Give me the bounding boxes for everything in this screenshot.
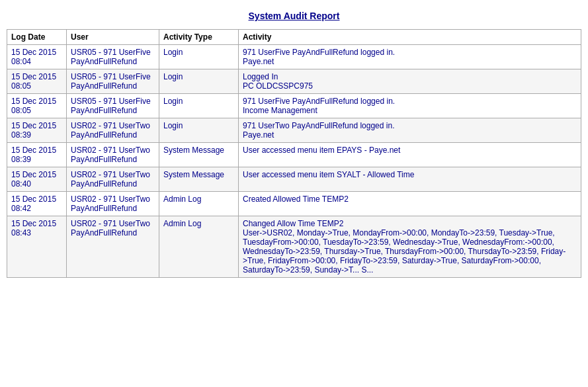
cell-activity: 971 UserTwo PayAndFullRefund logged in. … (239, 118, 581, 143)
cell-date: 15 Dec 2015 08:05 (7, 69, 67, 94)
cell-user: USR05 - 971 UserFive PayAndFullRefund (67, 94, 159, 118)
header-log-date: Log Date (7, 30, 67, 45)
cell-activity: 971 UserFive PayAndFullRefund logged in.… (239, 94, 581, 118)
cell-activity: Changed Allow Time TEMP2 User->USR02, Mo… (239, 216, 581, 278)
cell-activity-type: Admin Log (159, 216, 239, 278)
cell-activity-type: System Message (159, 143, 239, 167)
table-body: 15 Dec 2015 08:04USR05 - 971 UserFive Pa… (7, 45, 581, 278)
cell-user: USR02 - 971 UserTwo PayAndFullRefund (67, 167, 159, 192)
cell-user: USR05 - 971 UserFive PayAndFullRefund (67, 69, 159, 94)
cell-activity-type: Login (159, 118, 239, 143)
table-row: 15 Dec 2015 08:42USR02 - 971 UserTwo Pay… (7, 192, 581, 216)
cell-date: 15 Dec 2015 08:39 (7, 118, 67, 143)
cell-user: USR05 - 971 UserFive PayAndFullRefund (67, 45, 159, 69)
cell-activity-type: System Message (159, 167, 239, 192)
table-row: 15 Dec 2015 08:05USR05 - 971 UserFive Pa… (7, 69, 581, 94)
cell-activity: User accessed menu item EPAYS - Paye.net (239, 143, 581, 167)
page-container: System Audit Report Log Date User Activi… (0, 0, 588, 284)
cell-activity: Created Allowed Time TEMP2 (239, 192, 581, 216)
cell-activity-type: Admin Log (159, 192, 239, 216)
cell-date: 15 Dec 2015 08:05 (7, 94, 67, 118)
cell-activity: Logged In PC OLDCSSPC975 (239, 69, 581, 94)
cell-user: USR02 - 971 UserTwo PayAndFullRefund (67, 216, 159, 278)
header-user: User (67, 30, 159, 45)
cell-activity-type: Login (159, 69, 239, 94)
cell-date: 15 Dec 2015 08:04 (7, 45, 67, 69)
cell-user: USR02 - 971 UserTwo PayAndFullRefund (67, 143, 159, 167)
cell-date: 15 Dec 2015 08:43 (7, 216, 67, 278)
audit-table: Log Date User Activity Type Activity 15 … (7, 29, 581, 278)
table-row: 15 Dec 2015 08:05USR05 - 971 UserFive Pa… (7, 94, 581, 118)
header-activity-type: Activity Type (159, 30, 239, 45)
header-activity: Activity (239, 30, 581, 45)
table-row: 15 Dec 2015 08:39USR02 - 971 UserTwo Pay… (7, 143, 581, 167)
cell-activity: 971 UserFive PayAndFullRefund logged in.… (239, 45, 581, 69)
table-row: 15 Dec 2015 08:40USR02 - 971 UserTwo Pay… (7, 167, 581, 192)
report-title: System Audit Report (7, 11, 581, 21)
table-header-row: Log Date User Activity Type Activity (7, 30, 581, 45)
table-row: 15 Dec 2015 08:39USR02 - 971 UserTwo Pay… (7, 118, 581, 143)
table-row: 15 Dec 2015 08:43USR02 - 971 UserTwo Pay… (7, 216, 581, 278)
cell-activity-type: Login (159, 45, 239, 69)
cell-user: USR02 - 971 UserTwo PayAndFullRefund (67, 192, 159, 216)
cell-date: 15 Dec 2015 08:42 (7, 192, 67, 216)
cell-activity-type: Login (159, 94, 239, 118)
cell-date: 15 Dec 2015 08:39 (7, 143, 67, 167)
cell-date: 15 Dec 2015 08:40 (7, 167, 67, 192)
cell-activity: User accessed menu item SYALT - Allowed … (239, 167, 581, 192)
cell-user: USR02 - 971 UserTwo PayAndFullRefund (67, 118, 159, 143)
table-row: 15 Dec 2015 08:04USR05 - 971 UserFive Pa… (7, 45, 581, 69)
